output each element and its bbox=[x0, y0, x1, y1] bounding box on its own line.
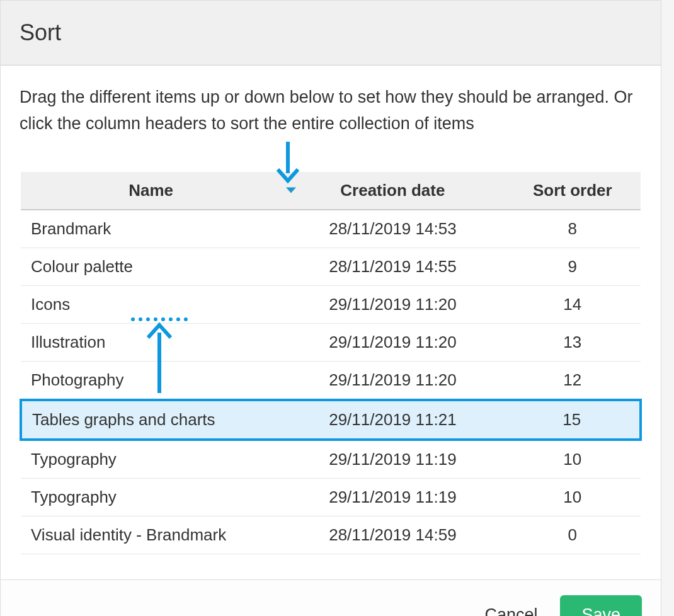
table-row[interactable]: Photography29/11/2019 11:2012 bbox=[21, 361, 641, 400]
cell-name: Illustration bbox=[21, 323, 281, 361]
cell-sort-order: 14 bbox=[505, 285, 641, 323]
instructions-text: Drag the different items up or down belo… bbox=[20, 84, 642, 137]
cell-creation-date: 28/11/2019 14:53 bbox=[281, 210, 504, 248]
column-header-name-label: Name bbox=[129, 181, 173, 200]
table-body: Brandmark28/11/2019 14:538Colour palette… bbox=[21, 210, 641, 554]
table-row[interactable]: Brandmark28/11/2019 14:538 bbox=[21, 210, 641, 248]
column-header-name[interactable]: Name bbox=[21, 172, 281, 210]
sort-dialog: Sort Drag the different items up or down… bbox=[0, 0, 661, 616]
save-button[interactable]: Save bbox=[560, 595, 642, 616]
cell-sort-order: 10 bbox=[505, 440, 641, 479]
table-row[interactable]: Colour palette28/11/2019 14:559 bbox=[21, 248, 641, 285]
table-row[interactable]: Typography29/11/2019 11:1910 bbox=[21, 478, 641, 516]
cell-sort-order: 12 bbox=[505, 361, 641, 400]
dialog-header: Sort bbox=[1, 1, 661, 66]
cell-name: Visual identity - Brandmark bbox=[21, 516, 281, 554]
cell-sort-order: 9 bbox=[505, 248, 641, 285]
cell-creation-date: 28/11/2019 14:59 bbox=[281, 516, 504, 554]
column-header-creation-label: Creation date bbox=[340, 181, 445, 200]
table-row[interactable]: Visual identity - Brandmark28/11/2019 14… bbox=[21, 516, 641, 554]
sort-descending-icon bbox=[286, 188, 296, 193]
cell-name: Brandmark bbox=[21, 210, 281, 248]
cell-creation-date: 29/11/2019 11:20 bbox=[281, 285, 504, 323]
cell-sort-order: 10 bbox=[505, 478, 641, 516]
table-row[interactable]: Typography29/11/2019 11:1910 bbox=[21, 440, 641, 479]
cell-creation-date: 29/11/2019 11:19 bbox=[281, 478, 504, 516]
cell-name: Typography bbox=[21, 440, 281, 479]
cell-name: Tables graphs and charts bbox=[21, 400, 281, 440]
cell-creation-date: 29/11/2019 11:19 bbox=[281, 440, 504, 479]
table-row[interactable]: Icons29/11/2019 11:2014 bbox=[21, 285, 641, 323]
table-row[interactable]: Illustration29/11/2019 11:2013 bbox=[21, 323, 641, 361]
cell-creation-date: 29/11/2019 11:21 bbox=[281, 400, 504, 440]
column-header-sort-order[interactable]: Sort order bbox=[505, 172, 641, 210]
cell-sort-order: 8 bbox=[505, 210, 641, 248]
dialog-footer: Cancel Save bbox=[1, 579, 661, 616]
column-header-sort-order-label: Sort order bbox=[533, 181, 612, 200]
cell-sort-order: 0 bbox=[505, 516, 641, 554]
cell-name: Icons bbox=[21, 285, 281, 323]
cell-creation-date: 28/11/2019 14:55 bbox=[281, 248, 504, 285]
cell-name: Photography bbox=[21, 361, 281, 400]
cell-name: Colour palette bbox=[21, 248, 281, 285]
cell-sort-order: 15 bbox=[505, 400, 641, 440]
sort-table: Name Creation date Sort order Brandmark2… bbox=[20, 172, 642, 554]
table-header-row: Name Creation date Sort order bbox=[21, 172, 641, 210]
column-header-creation-date[interactable]: Creation date bbox=[281, 172, 504, 210]
cell-name: Typography bbox=[21, 478, 281, 516]
dialog-body: Drag the different items up or down belo… bbox=[1, 66, 661, 579]
dialog-title: Sort bbox=[20, 20, 642, 46]
table-row[interactable]: Tables graphs and charts29/11/2019 11:21… bbox=[21, 400, 641, 440]
cancel-button[interactable]: Cancel bbox=[479, 596, 542, 616]
cell-creation-date: 29/11/2019 11:20 bbox=[281, 323, 504, 361]
cell-creation-date: 29/11/2019 11:20 bbox=[281, 361, 504, 400]
cell-sort-order: 13 bbox=[505, 323, 641, 361]
